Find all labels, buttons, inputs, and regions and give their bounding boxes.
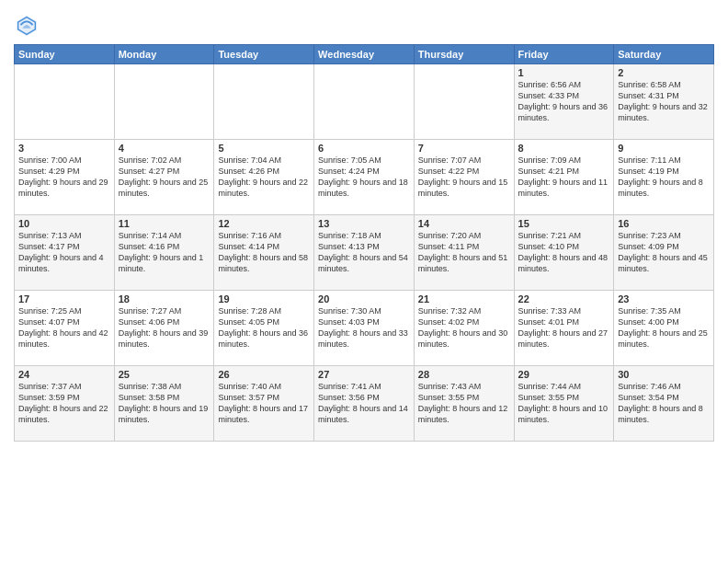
day-info: Sunrise: 7:23 AM Sunset: 4:09 PM Dayligh… bbox=[618, 230, 710, 275]
calendar-cell: 3Sunrise: 7:00 AM Sunset: 4:29 PM Daylig… bbox=[15, 140, 115, 215]
day-info: Sunrise: 7:38 AM Sunset: 3:58 PM Dayligh… bbox=[119, 381, 210, 426]
day-info: Sunrise: 7:28 AM Sunset: 4:05 PM Dayligh… bbox=[218, 305, 310, 350]
calendar-cell: 17Sunrise: 7:25 AM Sunset: 4:07 PM Dayli… bbox=[15, 291, 115, 366]
day-info: Sunrise: 7:02 AM Sunset: 4:27 PM Dayligh… bbox=[119, 155, 210, 200]
calendar-cell: 20Sunrise: 7:30 AM Sunset: 4:03 PM Dayli… bbox=[314, 291, 415, 366]
calendar-cell: 23Sunrise: 7:35 AM Sunset: 4:00 PM Dayli… bbox=[614, 291, 714, 366]
calendar-cell: 5Sunrise: 7:04 AM Sunset: 4:26 PM Daylig… bbox=[214, 140, 314, 215]
day-info: Sunrise: 7:16 AM Sunset: 4:14 PM Dayligh… bbox=[218, 230, 310, 275]
calendar-week-4: 17Sunrise: 7:25 AM Sunset: 4:07 PM Dayli… bbox=[15, 291, 714, 366]
day-info: Sunrise: 7:25 AM Sunset: 4:07 PM Dayligh… bbox=[18, 305, 110, 350]
day-info: Sunrise: 7:46 AM Sunset: 3:54 PM Dayligh… bbox=[618, 381, 710, 426]
logo bbox=[14, 13, 43, 39]
calendar-cell: 15Sunrise: 7:21 AM Sunset: 4:10 PM Dayli… bbox=[514, 215, 614, 291]
day-number: 9 bbox=[618, 143, 710, 154]
day-info: Sunrise: 7:14 AM Sunset: 4:16 PM Dayligh… bbox=[119, 230, 210, 275]
day-number: 15 bbox=[518, 218, 610, 229]
page: SundayMondayTuesdayWednesdayThursdayFrid… bbox=[0, 0, 728, 563]
day-number: 22 bbox=[518, 293, 610, 304]
day-info: Sunrise: 7:43 AM Sunset: 3:55 PM Dayligh… bbox=[418, 381, 510, 426]
calendar-cell: 1Sunrise: 6:56 AM Sunset: 4:33 PM Daylig… bbox=[514, 64, 614, 140]
calendar-header-wednesday: Wednesday bbox=[314, 45, 415, 64]
day-info: Sunrise: 7:30 AM Sunset: 4:03 PM Dayligh… bbox=[318, 305, 410, 350]
day-info: Sunrise: 6:56 AM Sunset: 4:33 PM Dayligh… bbox=[518, 79, 610, 124]
calendar-cell: 25Sunrise: 7:38 AM Sunset: 3:58 PM Dayli… bbox=[114, 366, 214, 442]
day-number: 27 bbox=[318, 369, 410, 380]
day-info: Sunrise: 7:27 AM Sunset: 4:06 PM Dayligh… bbox=[119, 305, 210, 350]
calendar-header-tuesday: Tuesday bbox=[214, 45, 314, 64]
calendar-cell: 18Sunrise: 7:27 AM Sunset: 4:06 PM Dayli… bbox=[114, 291, 214, 366]
day-info: Sunrise: 7:21 AM Sunset: 4:10 PM Dayligh… bbox=[518, 230, 610, 275]
header bbox=[14, 9, 714, 39]
calendar-week-1: 1Sunrise: 6:56 AM Sunset: 4:33 PM Daylig… bbox=[15, 64, 714, 140]
day-info: Sunrise: 7:11 AM Sunset: 4:19 PM Dayligh… bbox=[618, 155, 710, 200]
calendar-cell: 27Sunrise: 7:41 AM Sunset: 3:56 PM Dayli… bbox=[314, 366, 415, 442]
day-number: 30 bbox=[618, 369, 710, 380]
day-number: 13 bbox=[318, 218, 410, 229]
logo-icon bbox=[14, 13, 40, 39]
calendar-cell: 9Sunrise: 7:11 AM Sunset: 4:19 PM Daylig… bbox=[614, 140, 714, 215]
day-number: 2 bbox=[618, 67, 710, 78]
day-number: 21 bbox=[418, 293, 510, 304]
calendar-cell: 28Sunrise: 7:43 AM Sunset: 3:55 PM Dayli… bbox=[414, 366, 514, 442]
day-info: Sunrise: 7:40 AM Sunset: 3:57 PM Dayligh… bbox=[218, 381, 310, 426]
day-info: Sunrise: 7:33 AM Sunset: 4:01 PM Dayligh… bbox=[518, 305, 610, 350]
calendar-header-saturday: Saturday bbox=[614, 45, 714, 64]
day-info: Sunrise: 7:07 AM Sunset: 4:22 PM Dayligh… bbox=[418, 155, 510, 200]
calendar-header-thursday: Thursday bbox=[414, 45, 514, 64]
calendar-cell bbox=[114, 64, 214, 140]
day-number: 6 bbox=[318, 143, 410, 154]
day-info: Sunrise: 7:05 AM Sunset: 4:24 PM Dayligh… bbox=[318, 155, 410, 200]
day-info: Sunrise: 7:13 AM Sunset: 4:17 PM Dayligh… bbox=[18, 230, 110, 275]
calendar-cell: 29Sunrise: 7:44 AM Sunset: 3:55 PM Dayli… bbox=[514, 366, 614, 442]
calendar-cell bbox=[15, 64, 115, 140]
calendar-cell: 19Sunrise: 7:28 AM Sunset: 4:05 PM Dayli… bbox=[214, 291, 314, 366]
day-number: 5 bbox=[218, 143, 310, 154]
day-info: Sunrise: 6:58 AM Sunset: 4:31 PM Dayligh… bbox=[618, 79, 710, 124]
day-number: 17 bbox=[18, 293, 110, 304]
day-number: 7 bbox=[418, 143, 510, 154]
calendar-cell: 11Sunrise: 7:14 AM Sunset: 4:16 PM Dayli… bbox=[114, 215, 214, 291]
day-number: 28 bbox=[418, 369, 510, 380]
calendar-cell: 21Sunrise: 7:32 AM Sunset: 4:02 PM Dayli… bbox=[414, 291, 514, 366]
day-number: 18 bbox=[119, 293, 210, 304]
calendar-cell: 13Sunrise: 7:18 AM Sunset: 4:13 PM Dayli… bbox=[314, 215, 415, 291]
calendar-header-monday: Monday bbox=[114, 45, 214, 64]
day-number: 26 bbox=[218, 369, 310, 380]
calendar-cell: 22Sunrise: 7:33 AM Sunset: 4:01 PM Dayli… bbox=[514, 291, 614, 366]
calendar-cell: 24Sunrise: 7:37 AM Sunset: 3:59 PM Dayli… bbox=[15, 366, 115, 442]
day-info: Sunrise: 7:32 AM Sunset: 4:02 PM Dayligh… bbox=[418, 305, 510, 350]
day-number: 20 bbox=[318, 293, 410, 304]
calendar-cell bbox=[414, 64, 514, 140]
day-info: Sunrise: 7:35 AM Sunset: 4:00 PM Dayligh… bbox=[618, 305, 710, 350]
day-number: 14 bbox=[418, 218, 510, 229]
calendar-header-friday: Friday bbox=[514, 45, 614, 64]
calendar-week-5: 24Sunrise: 7:37 AM Sunset: 3:59 PM Dayli… bbox=[15, 366, 714, 442]
calendar-cell: 26Sunrise: 7:40 AM Sunset: 3:57 PM Dayli… bbox=[214, 366, 314, 442]
day-number: 10 bbox=[18, 218, 110, 229]
day-info: Sunrise: 7:04 AM Sunset: 4:26 PM Dayligh… bbox=[218, 155, 310, 200]
calendar-cell: 16Sunrise: 7:23 AM Sunset: 4:09 PM Dayli… bbox=[614, 215, 714, 291]
day-number: 19 bbox=[218, 293, 310, 304]
calendar-header-row: SundayMondayTuesdayWednesdayThursdayFrid… bbox=[15, 45, 714, 64]
calendar-cell: 4Sunrise: 7:02 AM Sunset: 4:27 PM Daylig… bbox=[114, 140, 214, 215]
day-number: 4 bbox=[119, 143, 210, 154]
calendar-week-3: 10Sunrise: 7:13 AM Sunset: 4:17 PM Dayli… bbox=[15, 215, 714, 291]
day-number: 23 bbox=[618, 293, 710, 304]
calendar-cell: 6Sunrise: 7:05 AM Sunset: 4:24 PM Daylig… bbox=[314, 140, 415, 215]
day-info: Sunrise: 7:09 AM Sunset: 4:21 PM Dayligh… bbox=[518, 155, 610, 200]
day-number: 16 bbox=[618, 218, 710, 229]
day-info: Sunrise: 7:00 AM Sunset: 4:29 PM Dayligh… bbox=[18, 155, 110, 200]
calendar-table: SundayMondayTuesdayWednesdayThursdayFrid… bbox=[14, 44, 714, 442]
day-info: Sunrise: 7:41 AM Sunset: 3:56 PM Dayligh… bbox=[318, 381, 410, 426]
calendar-cell: 12Sunrise: 7:16 AM Sunset: 4:14 PM Dayli… bbox=[214, 215, 314, 291]
day-info: Sunrise: 7:18 AM Sunset: 4:13 PM Dayligh… bbox=[318, 230, 410, 275]
day-info: Sunrise: 7:37 AM Sunset: 3:59 PM Dayligh… bbox=[18, 381, 110, 426]
calendar-cell: 10Sunrise: 7:13 AM Sunset: 4:17 PM Dayli… bbox=[15, 215, 115, 291]
calendar-cell: 30Sunrise: 7:46 AM Sunset: 3:54 PM Dayli… bbox=[614, 366, 714, 442]
day-number: 25 bbox=[119, 369, 210, 380]
calendar-cell: 8Sunrise: 7:09 AM Sunset: 4:21 PM Daylig… bbox=[514, 140, 614, 215]
day-info: Sunrise: 7:20 AM Sunset: 4:11 PM Dayligh… bbox=[418, 230, 510, 275]
day-number: 1 bbox=[518, 67, 610, 78]
day-number: 8 bbox=[518, 143, 610, 154]
